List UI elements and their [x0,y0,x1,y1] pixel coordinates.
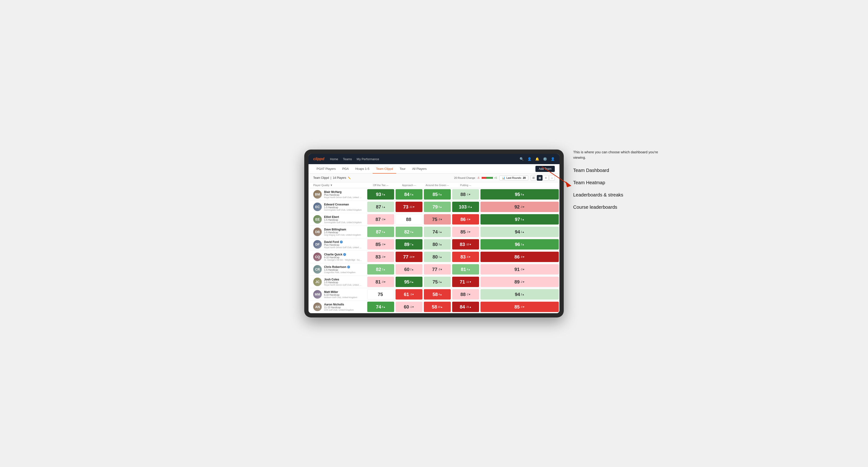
score-cell-4[interactable]: 94 1▲ [480,226,559,238]
sub-nav: PGAT Players PGA Hcaps 1-5 Team Clippd T… [309,164,559,174]
score-cell-4[interactable]: 92 -3▼ [480,201,559,213]
score-cell-2[interactable]: 75 2▲ [423,276,452,288]
view-heatmap-icon[interactable]: ▦ [537,175,542,181]
score-box: 95 8▲ [396,277,423,287]
score-cell-0[interactable]: 87 4▲ [367,226,395,238]
score-cell-2[interactable]: 58 10▲ [423,301,452,313]
player-name[interactable]: Chris Robertson ✓ [324,266,362,269]
person-icon[interactable]: 👤 [527,157,531,161]
score-cell-2[interactable]: 79 9▲ [423,201,452,213]
score-cell-3[interactable]: 88 -2▼ [452,288,480,301]
score-cell-3[interactable]: 84 -21▲ [452,301,480,313]
score-cell-1[interactable]: 88 [395,213,423,226]
score-change: -11▼ [466,281,471,283]
score-change: 9▲ [521,193,524,196]
user-avatar[interactable]: 👤 [551,157,555,161]
score-cell-0[interactable]: 81 -3▼ [367,276,395,288]
last-rounds-button[interactable]: 📊 Last Rounds: 20 [499,176,528,181]
search-icon[interactable]: 🔍 [520,157,524,161]
add-team-button[interactable]: Add Team [535,166,555,172]
score-cell-1[interactable]: 73 -11▼ [395,201,423,213]
score-cell-4[interactable]: 96 3▲ [480,238,559,251]
score-cell-0[interactable]: 82 3▲ [367,263,395,276]
score-cell-1[interactable]: 89 7▲ [395,238,423,251]
score-cell-4[interactable]: 95 9▲ [480,188,559,201]
score-cell-0[interactable]: 87 -3▼ [367,213,395,226]
score-value: 89 [515,279,520,285]
table-row: EE Elliot Ebert 1-5 Handicap Sunningdale… [309,213,559,226]
app-logo[interactable]: clippd [313,157,324,161]
score-cell-4[interactable]: 85 -4▼ [480,301,559,313]
score-cell-2[interactable]: 80 1▲ [423,251,452,263]
score-cell-0[interactable]: 85 -3▼ [367,238,395,251]
score-cell-2[interactable]: 74 1▲ [423,226,452,238]
score-cell-4[interactable]: 91 -3▼ [480,263,559,276]
avatar-initials: CR [313,265,322,274]
score-cell-0[interactable]: 83 -3▼ [367,251,395,263]
sub-nav-pga[interactable]: PGA [339,164,352,174]
player-handicap: Plus Handicap [324,244,362,246]
score-cell-2[interactable]: 77 -3▼ [423,263,452,276]
score-cell-0[interactable]: 74 8▲ [367,301,395,313]
view-download-icon[interactable]: ↓ [549,175,555,181]
sub-nav-hcaps[interactable]: Hcaps 1-5 [352,164,373,174]
score-cell-4[interactable]: 89 -2▼ [480,276,559,288]
score-cell-1[interactable]: 77 -14▼ [395,251,423,263]
player-details: Dave Billingham 1-5 Handicap Gog Magog G… [324,228,362,236]
settings-icon[interactable]: ⚙️ [543,157,547,161]
score-value: 75 [432,217,437,222]
score-value: 83 [460,242,465,247]
score-cell-1[interactable]: 95 8▲ [395,276,423,288]
nav-link-my-performance[interactable]: My Performance [356,157,379,161]
sub-nav-team-clippd[interactable]: Team Clippd [373,164,396,174]
score-cell-2[interactable]: 85 8▲ [423,188,452,201]
player-name[interactable]: Matt Miller [324,290,362,294]
score-cell-3[interactable]: 81 4▲ [452,263,480,276]
score-cell-0[interactable]: 87 1▲ [367,201,395,213]
player-name[interactable]: Aaron Nicholls [324,303,362,306]
score-cell-1[interactable]: 60 2▲ [395,263,423,276]
player-name[interactable]: David Ford ✓ [324,240,362,244]
score-cell-2[interactable]: 75 -3▼ [423,213,452,226]
score-cell-3[interactable]: 83 -10▼ [452,238,480,251]
player-name[interactable]: Dave Billingham [324,228,362,231]
player-name[interactable]: Charlie Quick ✓ [324,253,362,256]
sub-nav-pgat[interactable]: PGAT Players [313,164,339,174]
score-cell-2[interactable]: 58 4▲ [423,288,452,301]
score-cell-4[interactable]: 97 5▲ [480,213,559,226]
score-cell-3[interactable]: 103 15▲ [452,201,480,213]
score-cell-3[interactable]: 83 -6▼ [452,251,480,263]
edit-icon[interactable]: ✏️ [348,177,351,179]
score-cell-0[interactable]: 75 [367,288,395,301]
score-cell-1[interactable]: 60 -1▼ [395,301,423,313]
score-box: 92 -3▼ [480,201,559,212]
sub-nav-all-players[interactable]: All Players [409,164,430,174]
player-name[interactable]: Edward Crossman [324,203,362,206]
nav-link-home[interactable]: Home [330,157,338,161]
sub-nav-tour[interactable]: Tour [396,164,409,174]
score-cell-1[interactable]: 82 4▲ [395,226,423,238]
score-box: 77 -14▼ [396,252,423,262]
notifications-icon[interactable]: 🔔 [535,157,539,161]
view-grid-icon[interactable]: ⊞ [531,175,536,181]
score-box: 93 9▲ [367,189,394,199]
score-box: 74 8▲ [367,302,394,312]
player-name[interactable]: Blair McHarg [324,190,362,194]
nav-link-teams[interactable]: Teams [343,157,352,161]
score-cell-0[interactable]: 93 9▲ [367,188,395,201]
score-cell-3[interactable]: 85 -3▼ [452,226,480,238]
score-cell-4[interactable]: 86 -8▼ [480,251,559,263]
score-cell-1[interactable]: 61 -3▼ [395,288,423,301]
score-change: 10▲ [438,306,443,308]
score-cell-3[interactable]: 88 -1▼ [452,188,480,201]
score-cell-4[interactable]: 94 3▲ [480,288,559,301]
score-cell-3[interactable]: 86 -6▼ [452,213,480,226]
player-details: Aaron Nicholls 11-15 Handicap Drift Golf… [324,303,362,311]
player-name[interactable]: Elliot Ebert [324,215,362,219]
score-cell-3[interactable]: 71 -11▼ [452,276,480,288]
view-list-icon[interactable]: ≡ [543,175,549,181]
score-cell-1[interactable]: 84 6▲ [395,188,423,201]
score-value: 77 [432,267,437,272]
score-cell-2[interactable]: 80 3▲ [423,238,452,251]
player-name[interactable]: Josh Coles [324,278,362,281]
